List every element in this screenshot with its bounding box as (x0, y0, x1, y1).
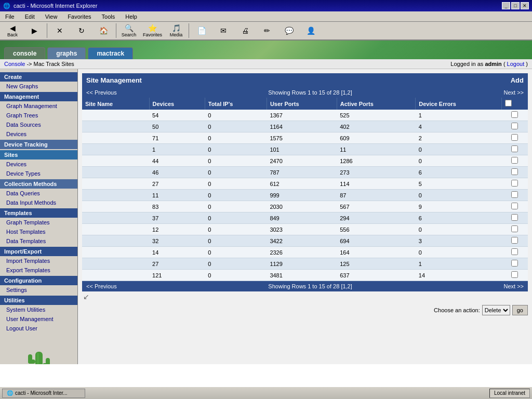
cell-checkbox[interactable] (502, 110, 528, 121)
cell-checkbox[interactable] (502, 178, 528, 190)
sidebar-item-data-templates[interactable]: Data Templates (0, 236, 77, 246)
sidebar-item-new-graphs[interactable]: New Graphs (0, 82, 77, 91)
menu-edit[interactable]: Edit (22, 12, 38, 21)
tab-console[interactable]: console (4, 47, 45, 59)
mail-button[interactable]: ✉ (213, 22, 234, 39)
favorites-button[interactable]: ⭐ Favorites (140, 22, 165, 39)
forward-button[interactable]: ▶ (24, 22, 45, 39)
row-checkbox-7[interactable] (511, 191, 518, 198)
taskbar-ie-item[interactable]: 🌐 cacti - Microsoft Inter... (2, 389, 85, 398)
row-checkbox-3[interactable] (511, 145, 518, 152)
cell-checkbox[interactable] (502, 235, 528, 247)
row-checkbox-4[interactable] (511, 157, 518, 164)
row-checkbox-11[interactable] (511, 237, 518, 244)
menu-favorites[interactable]: Favorites (64, 12, 94, 21)
stop-button[interactable]: ✕ (49, 22, 70, 39)
sidebar-item-import-templates[interactable]: Import Templates (0, 256, 77, 265)
cell-site-name[interactable] (82, 121, 149, 132)
row-checkbox-2[interactable] (511, 134, 518, 141)
cell-checkbox[interactable] (502, 258, 528, 270)
sidebar-item-data-sources[interactable]: Data Sources (0, 120, 77, 129)
row-checkbox-1[interactable] (511, 123, 518, 129)
cell-site-name[interactable] (82, 110, 149, 121)
cell-checkbox[interactable] (502, 121, 528, 132)
cell-site-name[interactable] (82, 258, 149, 270)
minimize-button[interactable]: _ (502, 2, 510, 9)
next-link-bottom[interactable]: Next >> (503, 283, 524, 289)
cell-checkbox[interactable] (502, 247, 528, 258)
tab-graphs[interactable]: graphs (47, 47, 86, 59)
prev-link-bottom[interactable]: << Previous (86, 283, 117, 289)
cell-checkbox[interactable] (502, 212, 528, 224)
cell-checkbox[interactable] (502, 132, 528, 144)
action-select[interactable]: Delete (482, 305, 510, 315)
cell-site-name[interactable] (82, 247, 149, 258)
sidebar-item-host-templates[interactable]: Host Templates (0, 227, 77, 236)
messenger-button[interactable]: 👤 (300, 22, 321, 39)
go-button[interactable]: go (512, 305, 528, 315)
cell-site-name[interactable] (82, 167, 149, 178)
cell-checkbox[interactable] (502, 155, 528, 167)
media-button[interactable]: 🎵 Media (166, 22, 187, 39)
menu-view[interactable]: View (42, 12, 61, 21)
discuss-button[interactable]: 💬 (278, 22, 299, 39)
sidebar-item-system-utilities[interactable]: System Utilities (0, 305, 77, 314)
cell-site-name[interactable] (82, 235, 149, 247)
cell-site-name[interactable] (82, 132, 149, 144)
sidebar-item-settings[interactable]: Settings (0, 285, 77, 295)
sidebar-item-logout-user[interactable]: Logout User (0, 324, 77, 333)
row-checkbox-6[interactable] (511, 180, 518, 187)
row-checkbox-14[interactable] (511, 271, 518, 278)
cell-site-name[interactable] (82, 178, 149, 190)
sidebar-item-user-management[interactable]: User Management (0, 314, 77, 324)
select-all-checkbox[interactable] (505, 100, 512, 107)
logout-link[interactable]: Logout (507, 61, 525, 67)
row-checkbox-0[interactable] (511, 111, 518, 118)
sidebar-item-export-templates[interactable]: Export Templates (0, 265, 77, 275)
tab-mactrack[interactable]: mactrack (88, 47, 133, 59)
maximize-button[interactable]: □ (511, 2, 520, 9)
cell-site-name[interactable] (82, 190, 149, 201)
cell-checkbox[interactable] (502, 224, 528, 235)
next-link-top[interactable]: Next >> (503, 89, 524, 96)
window-controls[interactable]: _ □ ✕ (502, 2, 529, 9)
cell-checkbox[interactable] (502, 144, 528, 155)
sidebar-item-devices-mgmt[interactable]: Devices (0, 129, 77, 139)
back-button[interactable]: ◀ Back (2, 22, 23, 39)
menu-file[interactable]: File (2, 12, 18, 21)
cell-checkbox[interactable] (502, 190, 528, 201)
prev-link-top[interactable]: << Previous (86, 89, 117, 96)
cell-site-name[interactable] (82, 224, 149, 235)
sidebar-subsection-sites[interactable]: Sites (0, 150, 77, 159)
sidebar-item-data-input-methods[interactable]: Data Input Methods (0, 198, 77, 207)
cell-site-name[interactable] (82, 144, 149, 155)
sidebar-item-graph-templates[interactable]: Graph Templates (0, 218, 77, 227)
sidebar-item-devices-sub[interactable]: Devices (0, 159, 77, 169)
cell-checkbox[interactable] (502, 201, 528, 212)
row-checkbox-8[interactable] (511, 203, 518, 209)
menu-tools[interactable]: Tools (99, 12, 118, 21)
cell-site-name[interactable] (82, 155, 149, 167)
print-button[interactable]: 🖨 (235, 22, 256, 39)
cell-site-name[interactable] (82, 270, 149, 281)
cell-site-name[interactable] (82, 212, 149, 224)
sidebar-item-graph-management[interactable]: Graph Management (0, 101, 77, 111)
close-button[interactable]: ✕ (521, 2, 529, 9)
cell-checkbox[interactable] (502, 167, 528, 178)
history-button[interactable]: 📄 (191, 22, 212, 39)
add-link[interactable]: Add (511, 76, 524, 84)
search-button[interactable]: 🔍 Search (118, 22, 139, 39)
row-checkbox-13[interactable] (511, 260, 518, 267)
row-checkbox-9[interactable] (511, 214, 518, 221)
row-checkbox-12[interactable] (511, 248, 518, 255)
cell-site-name[interactable] (82, 201, 149, 212)
sidebar-item-graph-trees[interactable]: Graph Trees (0, 111, 77, 120)
home-button[interactable]: 🏠 (93, 22, 114, 39)
breadcrumb-console-link[interactable]: Console (4, 61, 25, 67)
edit-button[interactable]: ✏ (257, 22, 277, 39)
sidebar-item-device-types[interactable]: Device Types (0, 169, 77, 178)
menu-help[interactable]: Help (122, 12, 140, 21)
row-checkbox-5[interactable] (511, 168, 518, 175)
sidebar-item-data-queries[interactable]: Data Queries (0, 189, 77, 198)
refresh-button[interactable]: ↻ (71, 22, 92, 39)
